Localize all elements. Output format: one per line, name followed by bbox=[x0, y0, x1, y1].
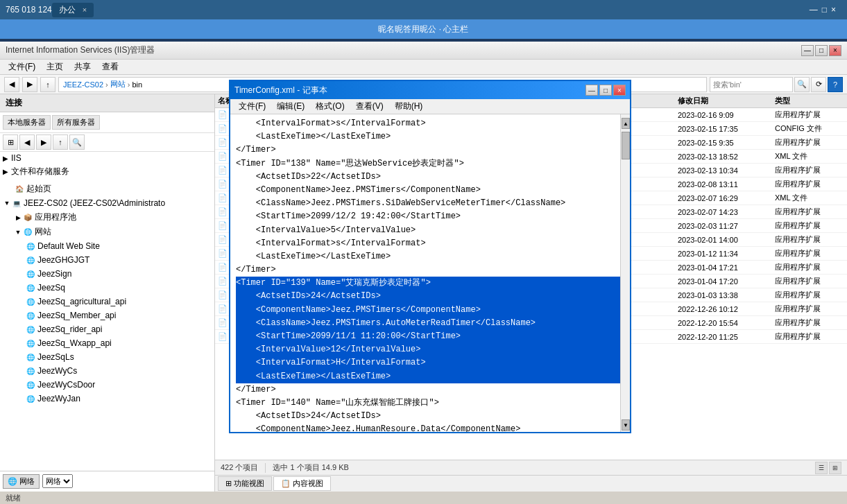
view-btn-details[interactable]: ⊞ bbox=[829, 462, 841, 474]
file-date: 2022-12-20 15:54 bbox=[678, 319, 775, 327]
taskbar-app[interactable]: 办公 × bbox=[52, 3, 94, 17]
file-date: 2023-02-07 14:23 bbox=[678, 208, 775, 216]
forward-btn[interactable]: ▶ bbox=[22, 77, 37, 92]
iis-menu-item[interactable]: 主页 bbox=[41, 60, 69, 74]
tree-item-sq-wxapp[interactable]: 🌐 JeezSq_Wxapp_api bbox=[3, 336, 212, 350]
lt-btn2[interactable]: ◀ bbox=[19, 134, 35, 150]
file-type: 应用程序扩展 bbox=[775, 110, 844, 120]
file-date: 2022-12-26 10:12 bbox=[678, 305, 775, 313]
file-icon: 📄 bbox=[218, 249, 228, 258]
network-select[interactable]: 网络 bbox=[42, 474, 73, 488]
view-btn-list[interactable]: ☰ bbox=[815, 462, 828, 474]
tree-item-apppool[interactable]: ▶ 📦 应用程序池 bbox=[3, 210, 212, 225]
notepad-menu-format[interactable]: 格式(O) bbox=[310, 99, 350, 114]
site-label: JeezSign bbox=[37, 269, 71, 279]
text-line: <ActsetIDs>22</ActsetIDs> bbox=[236, 171, 624, 184]
site-icon: 🌐 bbox=[25, 393, 36, 404]
notepad-close-btn[interactable]: × bbox=[613, 85, 626, 96]
file-storage-nav-item[interactable]: ▶ 文件和存储服务 bbox=[0, 164, 214, 179]
tree-item-wycs[interactable]: 🌐 JeezWyCs bbox=[3, 364, 212, 378]
tree-item-sites[interactable]: ▼ 🌐 网站 bbox=[3, 225, 212, 239]
file-status-bar: 422 个项目 选中 1 个项目 14.9 KB ☰ ⊞ bbox=[215, 460, 847, 475]
site-label: JeezWyJan bbox=[37, 394, 80, 403]
refresh-btn[interactable]: ⟳ bbox=[811, 77, 826, 92]
notepad-menu-edit[interactable]: 编辑(E) bbox=[271, 99, 310, 114]
file-icon: 📄 bbox=[218, 304, 228, 313]
lt-btn4[interactable]: ↑ bbox=[53, 134, 68, 150]
notepad-minimize-btn[interactable]: — bbox=[585, 85, 598, 96]
file-icon: 📄 bbox=[218, 207, 228, 216]
text-line: <LastExeTime></LastExeTime> bbox=[236, 250, 624, 263]
tree-item-sq-rider[interactable]: 🌐 JeezSq_rider_api bbox=[3, 322, 212, 336]
file-type: 应用程序扩展 bbox=[775, 304, 844, 314]
file-icon: 📄 bbox=[218, 235, 228, 244]
lt-btn1[interactable]: ⊞ bbox=[3, 134, 18, 150]
up-btn[interactable]: ↑ bbox=[40, 77, 55, 92]
back-btn[interactable]: ◀ bbox=[4, 77, 19, 92]
taskbar-title: 765 018 124 bbox=[6, 5, 52, 15]
file-date: 2023-01-12 11:34 bbox=[678, 250, 775, 258]
left-top-buttons: 本地服务器 所有服务器 bbox=[0, 112, 214, 133]
file-icon: 📄 bbox=[218, 138, 228, 147]
file-icon: 📄 bbox=[218, 124, 228, 133]
site-label: JeezGHGJGT bbox=[37, 255, 89, 265]
help-btn[interactable]: ? bbox=[828, 77, 843, 92]
text-line: <ComponentName>Jeez.PMSTimers</Component… bbox=[236, 184, 624, 197]
file-type: XML 文件 bbox=[775, 151, 844, 162]
notepad-scrollbar[interactable]: ▲ ▼ bbox=[620, 114, 630, 432]
text-line-highlighted: <LastExeTime></LastExeTime> bbox=[236, 370, 624, 383]
tree-item-default[interactable]: 🌐 Default Web Site bbox=[3, 239, 212, 253]
tree-item-ghgjgt[interactable]: 🌐 JeezGHGJGT bbox=[3, 253, 212, 267]
bottom-status-bar: 就绪 bbox=[0, 492, 847, 504]
local-server-btn[interactable]: 本地服务器 bbox=[3, 115, 51, 130]
tree-item-sign[interactable]: 🌐 JeezSign bbox=[3, 267, 212, 281]
file-date: 2023-02-13 18:52 bbox=[678, 153, 775, 161]
tree-item-server[interactable]: ▼ 💻 JEEZ-CS02 (JEEZ-CS02\Administrato bbox=[3, 196, 212, 210]
tree-item-sq-ag[interactable]: 🌐 JeezSq_agricultural_api bbox=[3, 295, 212, 309]
notepad-menu-view[interactable]: 查看(V) bbox=[350, 99, 389, 114]
iis-menu-item[interactable]: 共享 bbox=[69, 60, 96, 74]
notepad-window: TimerConfig.xml - 记事本 — □ × 文件(F) 编辑(E) … bbox=[229, 80, 631, 433]
site-label: JeezSq_Wxapp_api bbox=[37, 338, 112, 348]
taskbar-minimize[interactable]: — bbox=[810, 5, 818, 15]
scroll-thumb[interactable] bbox=[622, 132, 630, 159]
taskbar-close[interactable]: × bbox=[831, 5, 836, 15]
file-type: 应用程序扩展 bbox=[775, 318, 844, 328]
site-label: JeezSq_Member_api bbox=[37, 311, 116, 320]
tree-item-sq[interactable]: 🌐 JeezSq bbox=[3, 281, 212, 295]
scroll-down-btn[interactable]: ▼ bbox=[622, 419, 630, 431]
file-icon: 📄 bbox=[218, 277, 228, 286]
iis-restore-btn[interactable]: □ bbox=[815, 45, 828, 56]
iis-menu-item[interactable]: 查看 bbox=[96, 60, 124, 74]
taskbar-close-btn[interactable]: × bbox=[83, 6, 87, 14]
tree-item-wycs-door[interactable]: 🌐 JeezWyCsDoor bbox=[3, 378, 212, 392]
notepad-text-area[interactable]: <IntervalFormat>s</IntervalFormat> <Last… bbox=[230, 114, 630, 432]
iis-close-btn[interactable]: × bbox=[829, 45, 841, 56]
tree-item-wyjan[interactable]: 🌐 JeezWyJan bbox=[3, 392, 212, 406]
taskbar-maximize[interactable]: □ bbox=[822, 5, 827, 15]
search-input[interactable] bbox=[710, 77, 793, 92]
lt-btn3[interactable]: ▶ bbox=[36, 134, 51, 150]
apppool-expand[interactable]: ▶ bbox=[14, 214, 22, 222]
search-btn[interactable]: 🔍 bbox=[794, 77, 810, 92]
file-date: 2023-02-13 10:34 bbox=[678, 166, 775, 175]
server-expand[interactable]: ▼ bbox=[3, 199, 11, 207]
tab-feature-view[interactable]: ⊞ 功能视图 bbox=[218, 476, 272, 491]
all-servers-btn[interactable]: 所有服务器 bbox=[52, 115, 100, 130]
tree-item-start[interactable]: 🏠 起始页 bbox=[3, 182, 212, 196]
notepad-menu-file[interactable]: 文件(F) bbox=[233, 99, 271, 114]
tree-item-sqls[interactable]: 🌐 JeezSqLs bbox=[3, 350, 212, 364]
iis-nav-item[interactable]: ▶ IIS bbox=[0, 152, 214, 164]
tree-item-sq-member[interactable]: 🌐 JeezSq_Member_api bbox=[3, 309, 212, 322]
notepad-restore-btn[interactable]: □ bbox=[599, 85, 612, 96]
scroll-up-btn[interactable]: ▲ bbox=[622, 118, 630, 129]
iis-minimize-btn[interactable]: — bbox=[801, 45, 814, 56]
text-line-highlighted: <ComponentName>Jeez.PMSTimers</Component… bbox=[236, 304, 624, 317]
sites-expand[interactable]: ▼ bbox=[14, 228, 22, 236]
text-line: <ClassName>Jeez.PMSTimers.SiDaWebService… bbox=[236, 197, 624, 210]
iis-menu-item[interactable]: 文件(F) bbox=[3, 60, 41, 74]
notepad-menu-help[interactable]: 帮助(H) bbox=[389, 99, 429, 114]
lt-btn5[interactable]: 🔍 bbox=[69, 134, 85, 150]
network-btn[interactable]: 🌐 网络 bbox=[3, 474, 40, 489]
tab-content-view[interactable]: 📋 内容视图 bbox=[273, 476, 331, 491]
